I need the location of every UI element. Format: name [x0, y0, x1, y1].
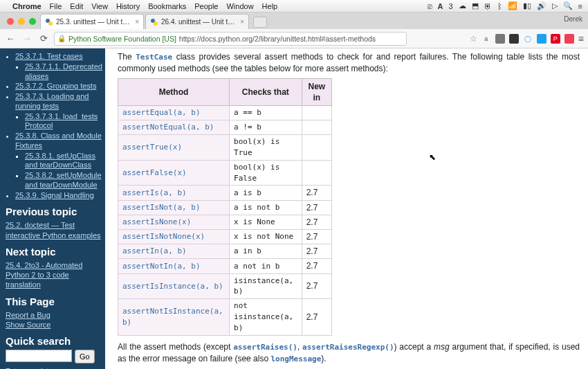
msg-paragraph: All the assert methods (except assertRai…	[118, 341, 580, 365]
checks-cell: bool(x) is False	[234, 163, 279, 183]
toc-test-cases[interactable]: 25.3.7.1. Test cases	[15, 52, 83, 60]
ext-amazon-icon[interactable]: a	[481, 34, 491, 44]
menu-view[interactable]: View	[91, 2, 108, 10]
checks-cell: a is not b	[234, 203, 279, 212]
table-row: assertIsInstance(a, b)isinstance(a, b)2.…	[118, 273, 332, 299]
lock-icon: 🔒	[57, 35, 66, 42]
tab-2-close-icon[interactable]: ×	[240, 18, 244, 26]
assert-method-link[interactable]: assertNotEqual(a, b)	[122, 123, 214, 132]
toc-setupmodule[interactable]: 25.3.8.2. setUpModule and tearDownModule	[25, 171, 102, 189]
toc-loading-running[interactable]: 25.3.7.3. Loading and running tests	[15, 92, 89, 110]
assert-method-link[interactable]: assertNotIn(a, b)	[122, 262, 201, 271]
ext-dark-icon[interactable]	[509, 34, 519, 44]
menu-extra-icon[interactable]: ≡	[578, 2, 582, 10]
window-close-button[interactable]	[7, 18, 14, 25]
reload-button[interactable]: ⟳	[37, 33, 50, 45]
next-topic-heading: Next topic	[6, 246, 102, 258]
menu-app[interactable]: Chrome	[12, 2, 42, 10]
svg-point-1	[48, 21, 53, 26]
menu-edit[interactable]: Edit	[70, 2, 83, 10]
assert-method-link[interactable]: assertTrue(x)	[122, 143, 182, 152]
toc-setupclass[interactable]: 25.3.8.1. setUpClass and tearDownClass	[25, 152, 95, 170]
num-icon: 3	[448, 2, 452, 10]
assert-method-link[interactable]: assertEqual(a, b)	[122, 108, 201, 117]
adobe-icon[interactable]: A	[438, 2, 443, 10]
toc-grouping-tests[interactable]: 25.3.7.2. Grouping tests	[15, 82, 96, 90]
battery-icon[interactable]: ▮▯	[523, 1, 531, 10]
newin-cell: 2.7	[302, 259, 331, 273]
menu-bookmarks[interactable]: Bookmarks	[148, 2, 186, 10]
assert-method-link[interactable]: assertNotIsInstance(a, b)	[122, 307, 223, 327]
newin-cell: 2.7	[302, 186, 331, 200]
toc-signal-handling[interactable]: 25.3.9. Signal Handling	[15, 191, 94, 199]
window-minimize-button[interactable]	[18, 18, 25, 25]
assert-method-link[interactable]: assertIsNone(x)	[122, 217, 191, 226]
testcase-class-ref[interactable]: TestCase	[136, 53, 172, 62]
table-row: assertNotIsInstance(a, b)not isinstance(…	[118, 299, 332, 336]
menu-help[interactable]: Help	[262, 2, 278, 10]
previous-topic-heading: Previous topic	[6, 206, 102, 217]
menu-window[interactable]: Window	[226, 2, 253, 10]
browser-toolbar: ← → ⟳ 🔒 Python Software Foundation [US] …	[0, 29, 588, 48]
menu-people[interactable]: People	[194, 2, 218, 10]
spotlight-icon[interactable]: 🔍	[563, 1, 573, 10]
ext-blue-icon[interactable]	[537, 34, 546, 44]
chrome-profile-label[interactable]: Derek	[564, 15, 582, 23]
tab-1-title: 25.3. unittest — Unit testing fr	[56, 18, 132, 26]
assert-method-link[interactable]: assertIsInstance(a, b)	[122, 282, 223, 291]
ext-circle-icon[interactable]: ◯	[523, 34, 533, 44]
table-row: assertNotIn(a, b)a not in b2.7	[118, 259, 332, 273]
toc-load-tests-protocol[interactable]: 25.3.7.3.1. load_tests Protocol	[25, 112, 98, 130]
wifi-icon[interactable]: 📶	[508, 1, 517, 10]
dropbox-icon[interactable]: ⬒	[472, 1, 479, 10]
ext-gray-icon[interactable]	[495, 34, 505, 44]
star-icon[interactable]: ☆	[470, 34, 477, 44]
menu-history[interactable]: History	[116, 2, 140, 10]
addr-host: Python Software Foundation [US]	[68, 35, 176, 43]
report-bug-link[interactable]: Report a Bug	[6, 311, 50, 319]
assert-method-link[interactable]: assertIs(a, b)	[122, 188, 187, 197]
shield-icon[interactable]: ⛨	[484, 2, 492, 10]
toc-deprecated-aliases[interactable]: 25.3.7.1.1. Deprecated aliases	[25, 62, 102, 80]
window-zoom-button[interactable]	[29, 18, 36, 25]
browser-tabstrip: 25.3. unittest — Unit testing fr × 26.4.…	[0, 12, 588, 29]
newin-cell	[302, 106, 331, 120]
quick-search-go-button[interactable]: Go	[75, 350, 95, 363]
quick-search-input[interactable]	[6, 350, 72, 362]
newin-cell: 2.7	[302, 200, 331, 215]
ext-pinterest-icon[interactable]: P	[551, 34, 560, 44]
next-topic-link[interactable]: 25.4. 2to3 - Automated Python 2 to 3 cod…	[6, 261, 82, 289]
forward-button[interactable]: →	[21, 33, 33, 45]
assert-method-link[interactable]: assertIsNotNone(x)	[122, 232, 205, 241]
show-source-link[interactable]: Show Source	[6, 321, 50, 329]
ext-pocket-icon[interactable]	[564, 34, 574, 44]
toc-class-module-fixtures[interactable]: 25.3.8. Class and Module Fixtures	[15, 132, 102, 150]
assertraisesregexp-ref[interactable]: assertRaisesRegexp()	[302, 343, 394, 352]
browser-tab-1[interactable]: 25.3. unittest — Unit testing fr ×	[40, 14, 144, 29]
assert-method-link[interactable]: assertIn(a, b)	[122, 246, 187, 255]
longmessage-ref[interactable]: longMessage	[270, 354, 321, 363]
volume-icon[interactable]: 🔊	[537, 1, 546, 10]
assert-method-link[interactable]: assertFalse(x)	[122, 168, 187, 177]
cloud-icon[interactable]: ☁	[459, 1, 466, 10]
new-tab-button[interactable]	[253, 17, 267, 28]
assertraises-ref[interactable]: assertRaises()	[233, 343, 297, 352]
screen-icon[interactable]: ⎚	[428, 2, 432, 10]
newin-cell: 2.7	[302, 273, 331, 299]
address-bar[interactable]: 🔒 Python Software Foundation [US] https:…	[54, 32, 407, 46]
assert-method-link[interactable]: assertIsNot(a, b)	[122, 203, 201, 212]
chrome-menu-icon[interactable]: ≡	[578, 33, 584, 44]
newin-cell: 2.7	[302, 230, 331, 244]
back-button[interactable]: ←	[4, 33, 17, 45]
table-row: assertIn(a, b)a in b2.7	[118, 244, 332, 259]
menu-file[interactable]: File	[50, 2, 62, 10]
airplay-icon[interactable]: ▷	[552, 1, 558, 10]
table-row: assertIsNot(a, b)a is not b2.7	[118, 200, 332, 215]
svg-point-3	[154, 21, 158, 26]
browser-tab-2[interactable]: 26.4. unittest — Unit testing ×	[145, 14, 249, 29]
toc-list: 25.3.7.1. Test cases 25.3.7.1.1. Depreca…	[15, 52, 102, 200]
previous-topic-link[interactable]: 25.2. doctest — Test interactive Python …	[6, 221, 101, 239]
quick-search-heading: Quick search	[6, 335, 102, 347]
tab-1-close-icon[interactable]: ×	[135, 18, 139, 26]
bluetooth-icon[interactable]: ᛒ	[497, 2, 502, 10]
